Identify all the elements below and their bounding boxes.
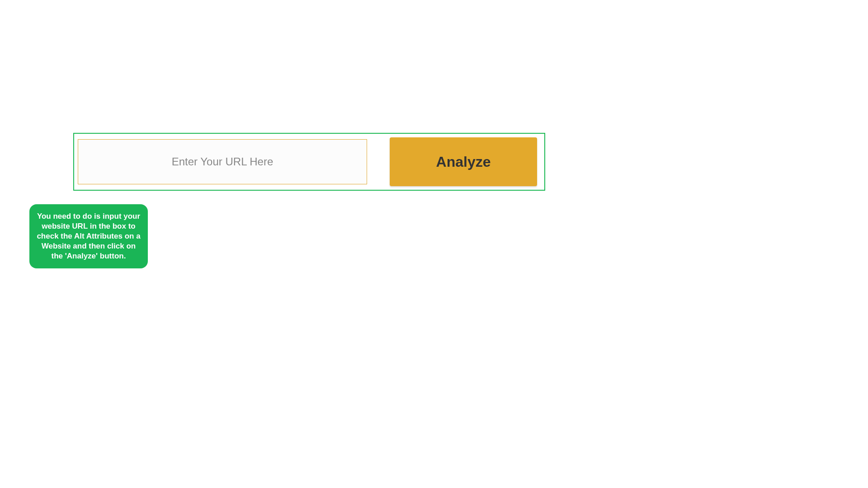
instruction-tooltip: You need to do is input your website URL… [29,204,148,268]
url-analyzer-form: Analyze [73,133,545,191]
url-input[interactable] [78,139,367,184]
analyze-button[interactable]: Analyze [390,137,537,186]
